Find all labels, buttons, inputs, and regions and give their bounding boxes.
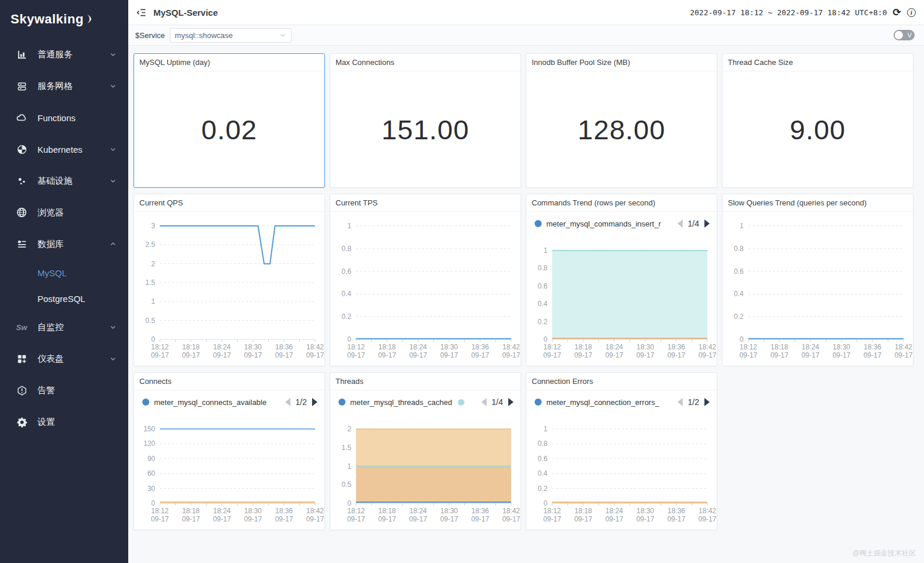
svg-text:18:30: 18:30	[833, 343, 850, 351]
commands-trend-chart[interactable]: 00.20.40.60.8118:1209-1718:1809-1718:240…	[526, 212, 717, 366]
stat-card-mysql-uptime[interactable]: MySQL Uptime (day) 0.02	[134, 53, 325, 188]
legend-dot-icon[interactable]	[142, 399, 149, 406]
legend-page: 1/4	[492, 397, 503, 407]
stat-card-thread-cache-size[interactable]: Thread Cache Size 9.00	[722, 53, 913, 188]
logo-text: Skywalking	[11, 12, 84, 27]
sidebar-item-general-service[interactable]: 普通服务	[0, 39, 128, 70]
current-qps-chart[interactable]: 00.511.522.5318:1209-1718:1809-1718:2409…	[134, 212, 324, 366]
time-range-picker[interactable]: 2022-09-17 18:12 ~ 2022-09-17 18:42 UTC+…	[690, 8, 887, 17]
watermark: @稀土掘金技术社区	[853, 548, 916, 558]
sidebar-subitem-postgresql[interactable]: PostgreSQL	[0, 286, 128, 311]
logo-crescent-icon	[85, 13, 94, 25]
legend-dot-icon[interactable]	[338, 399, 345, 406]
svg-text:18:12: 18:12	[347, 507, 365, 515]
current-tps-chart[interactable]: 00.20.40.60.8118:1209-1718:1809-1718:240…	[330, 212, 521, 366]
slow-queries-chart[interactable]: 00.20.40.60.8118:1209-1718:1809-1718:240…	[723, 212, 913, 366]
legend-label[interactable]: meter_mysql_threads_cached	[350, 398, 452, 407]
svg-text:09-17: 09-17	[275, 351, 293, 359]
sidebar-item-infrastructure[interactable]: 基础设施	[0, 165, 128, 197]
svg-text:18:18: 18:18	[378, 507, 396, 515]
stat-value: 0.02	[201, 114, 257, 146]
chevron-up-icon	[109, 241, 117, 248]
svg-text:18:42: 18:42	[895, 343, 912, 351]
sw-icon: Sw	[15, 323, 28, 332]
svg-text:18:30: 18:30	[244, 507, 262, 515]
threads-chart[interactable]: 00.511.5218:1209-1718:1809-1718:2409-171…	[330, 390, 521, 530]
skywalking-logo[interactable]: Skywalking	[0, 0, 128, 39]
chart-card-connects: Connects meter_mysql_connects_available …	[134, 372, 325, 530]
menu-fold-icon[interactable]	[136, 8, 146, 18]
svg-text:120: 120	[143, 440, 155, 448]
svg-text:0.8: 0.8	[341, 245, 351, 253]
chevron-down-icon	[109, 83, 117, 90]
chevron-down-icon	[109, 324, 117, 331]
sidebar-item-alerts[interactable]: 告警	[0, 375, 128, 406]
legend-label[interactable]: meter_mysql_connects_available	[154, 398, 266, 407]
svg-text:2: 2	[151, 260, 155, 268]
legend-prev-icon[interactable]	[285, 398, 290, 406]
sidebar-item-service-mesh[interactable]: 服务网格	[0, 70, 128, 102]
svg-text:18:36: 18:36	[275, 343, 293, 351]
svg-text:18:18: 18:18	[378, 343, 396, 351]
legend-prev-icon[interactable]	[677, 398, 683, 406]
legend-next-icon[interactable]	[312, 398, 317, 406]
chart-card-threads: Threads meter_mysql_threads_cached 1/4	[330, 372, 521, 530]
svg-text:1: 1	[347, 462, 351, 471]
info-icon[interactable]: i	[907, 8, 916, 17]
svg-text:0.2: 0.2	[538, 485, 547, 493]
service-select[interactable]: mysql::showcase	[170, 28, 292, 43]
legend-next-icon[interactable]	[704, 219, 710, 228]
stat-card-innodb-buffer-pool[interactable]: Innodb Buffer Pool Size (MB) 128.00	[526, 53, 717, 188]
legend-page: 1/2	[688, 397, 699, 407]
svg-text:09-17: 09-17	[543, 515, 562, 523]
svg-text:0.4: 0.4	[734, 290, 744, 298]
stat-card-max-connections[interactable]: Max Connections 151.00	[330, 53, 521, 188]
svg-text:18:18: 18:18	[771, 343, 788, 351]
svg-text:09-17: 09-17	[306, 351, 324, 359]
sidebar-item-functions[interactable]: Functions	[0, 102, 128, 133]
connection-errors-chart[interactable]: 00.20.40.60.8118:1209-1718:1809-1718:240…	[526, 390, 717, 530]
svg-text:150: 150	[143, 425, 155, 433]
legend-next-icon[interactable]	[508, 398, 514, 406]
svg-text:18:36: 18:36	[471, 507, 489, 515]
svg-text:0.8: 0.8	[538, 440, 547, 448]
subitem-label: MySQL	[37, 268, 67, 278]
legend-prev-icon[interactable]	[481, 398, 487, 406]
legend-label[interactable]: meter_mysql_commands_insert_r	[546, 219, 661, 228]
svg-text:1.5: 1.5	[145, 279, 155, 287]
version-toggle[interactable]: V	[894, 30, 915, 40]
service-label: $Service	[135, 31, 165, 40]
toggle-label: V	[908, 32, 912, 39]
sidebar-item-kubernetes[interactable]: Kubernetes	[0, 133, 128, 165]
chart-title: Connection Errors	[526, 373, 717, 390]
card-title: Max Connections	[330, 54, 521, 71]
legend-label[interactable]: meter_mysql_connection_errors_	[546, 398, 659, 407]
legend-dot-icon[interactable]	[535, 220, 542, 227]
chevron-down-icon	[109, 355, 117, 362]
svg-text:18:24: 18:24	[605, 507, 623, 515]
card-title: Thread Cache Size	[723, 54, 913, 71]
sidebar-item-database[interactable]: 数据库	[0, 228, 128, 260]
sidebar-item-browser[interactable]: 浏览器	[0, 197, 128, 228]
infrastructure-icon	[15, 176, 28, 187]
sidebar-item-label: 普通服务	[37, 49, 73, 60]
chevron-down-icon	[279, 32, 286, 39]
legend-dot-icon[interactable]	[535, 399, 542, 406]
svg-text:18:42: 18:42	[699, 343, 716, 351]
legend-next-icon[interactable]	[704, 398, 710, 406]
sidebar-item-settings[interactable]: 设置	[0, 406, 128, 438]
sidebar-item-label: 基础设施	[37, 176, 73, 187]
svg-text:18:12: 18:12	[151, 343, 169, 351]
svg-text:18:36: 18:36	[471, 343, 489, 351]
svg-text:18:18: 18:18	[574, 343, 592, 351]
sidebar-item-self-observability[interactable]: Sw 自监控	[0, 311, 128, 343]
svg-text:3: 3	[151, 222, 155, 230]
connects-chart[interactable]: 030609012015018:1209-1718:1809-1718:2409…	[134, 390, 324, 530]
refresh-icon[interactable]: ⟳	[893, 8, 901, 18]
legend-dot2-icon[interactable]	[458, 399, 464, 406]
svg-text:1: 1	[543, 425, 547, 433]
sidebar-subitem-mysql[interactable]: MySQL	[0, 260, 128, 286]
sidebar-item-dashboards[interactable]: 仪表盘	[0, 343, 128, 375]
svg-text:09-17: 09-17	[440, 515, 458, 523]
legend-prev-icon[interactable]	[677, 219, 683, 228]
